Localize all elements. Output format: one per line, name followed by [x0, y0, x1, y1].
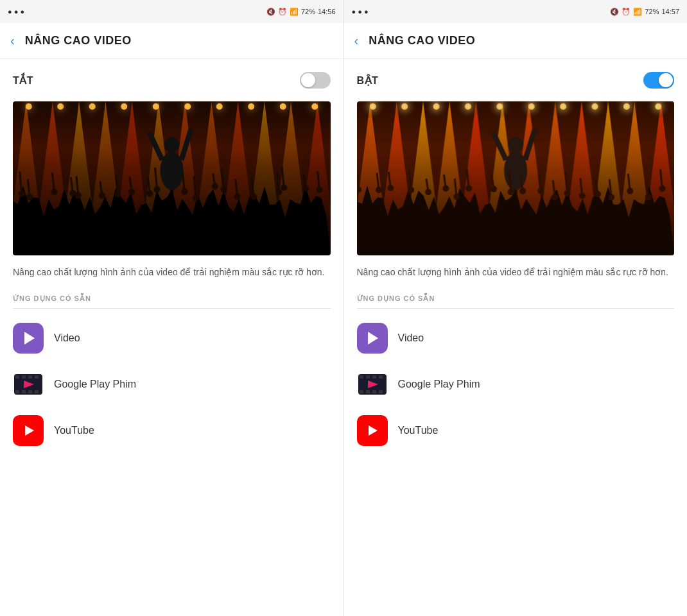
battery-text-left: 72% [301, 8, 315, 15]
wifi-icon: 📶 [290, 8, 299, 16]
concert-canvas-right [357, 101, 675, 255]
page-title-left: NÂNG CAO VIDEO [25, 34, 132, 47]
yt-play-icon-right [367, 425, 378, 436]
svg-rect-4 [35, 375, 39, 379]
battery-text-right: 72% [645, 8, 659, 15]
right-panel: ● ● ● 🔇 ⏰ 📶 72% 14:57 ‹ NÂNG CAO VIDEO B… [344, 0, 688, 616]
toggle-switch-left[interactable] [300, 72, 331, 89]
app-item-gplay-left[interactable]: Google Play Phim [13, 363, 331, 406]
yt-play-icon-left [23, 425, 34, 436]
yt-play-triangle-right [369, 425, 378, 436]
svg-rect-1 [15, 375, 19, 379]
svg-rect-5 [15, 390, 19, 393]
gplay-icon-left [13, 369, 44, 400]
status-right-right: 🔇 ⏰ 📶 72% 14:57 [610, 8, 679, 16]
toggle-knob-left [301, 73, 315, 87]
yt-play-triangle-left [25, 425, 34, 436]
youtube-icon-right [357, 415, 388, 446]
gplay-svg-right [357, 369, 388, 400]
video-label-left: Video [54, 332, 80, 344]
status-icons-left: ● ● ● [8, 8, 24, 15]
toggle-label-left: TẮT [13, 74, 33, 87]
toggle-switch-right[interactable] [643, 72, 674, 89]
video-icon-right [357, 323, 388, 354]
status-icons-right: ● ● ● [352, 8, 369, 15]
video-play-triangle-left [24, 332, 35, 345]
back-button-left[interactable]: ‹ [10, 33, 15, 48]
time-left: 14:56 [318, 8, 336, 15]
time-right: 14:57 [661, 8, 679, 15]
header-right: ‹ NÂNG CAO VIDEO [344, 23, 688, 59]
video-icon-left [13, 323, 44, 354]
toggle-row-left: TẮT [13, 72, 331, 89]
svg-rect-18 [379, 390, 383, 393]
youtube-label-right: YouTube [398, 425, 439, 436]
notification-icons-right: ● ● ● [352, 8, 369, 15]
section-label-right: ỨNG DỤNG CÓ SẴN [357, 295, 675, 309]
app-item-youtube-left[interactable]: YouTube [13, 409, 331, 452]
toggle-label-right: BẬT [357, 74, 379, 87]
section-label-left: ỨNG DỤNG CÓ SẴN [13, 295, 331, 309]
gplay-label-left: Google Play Phim [54, 379, 136, 390]
svg-rect-14 [379, 375, 383, 379]
svg-rect-6 [22, 390, 26, 393]
alarm-icon: ⏰ [278, 8, 287, 16]
toggle-knob-right [659, 73, 673, 87]
concert-image-right [357, 101, 675, 255]
svg-rect-17 [372, 390, 376, 393]
status-bar-right: ● ● ● 🔇 ⏰ 📶 72% 14:57 [344, 0, 688, 23]
svg-rect-16 [366, 390, 370, 393]
gplay-label-right: Google Play Phim [398, 379, 480, 390]
concert-image-left [13, 101, 331, 255]
back-button-right[interactable]: ‹ [354, 33, 359, 48]
youtube-label-left: YouTube [54, 425, 94, 436]
notification-icons: ● ● ● [8, 8, 24, 15]
alarm-icon-right: ⏰ [622, 8, 630, 16]
gplay-svg-left [13, 369, 44, 400]
svg-rect-8 [35, 390, 39, 393]
youtube-icon-left [13, 415, 44, 446]
app-list-right: Video [357, 316, 675, 452]
description-right: Nâng cao chất lượng hình ảnh của video đ… [357, 266, 675, 279]
app-list-left: Video [13, 316, 331, 452]
status-bar-left: ● ● ● 🔇 ⏰ 📶 72% 14:56 [0, 0, 344, 23]
content-right: BẬT Nâng cao chất lượng hình ảnh của vid… [344, 59, 688, 616]
wifi-icon-right: 📶 [633, 8, 642, 16]
mute-icon-right: 🔇 [610, 8, 619, 16]
status-right-left: 🔇 ⏰ 📶 72% 14:56 [266, 8, 336, 16]
toggle-row-right: BẬT [357, 72, 675, 89]
gplay-icon-right [357, 369, 388, 400]
left-panel: ● ● ● 🔇 ⏰ 📶 72% 14:56 ‹ NÂNG CAO VIDEO T… [0, 0, 344, 616]
svg-rect-3 [28, 375, 32, 379]
content-left: TẮT Nâng cao chất lượng hình ảnh của vid… [0, 59, 344, 616]
svg-rect-2 [22, 375, 26, 379]
app-item-youtube-right[interactable]: YouTube [357, 409, 675, 452]
svg-rect-12 [366, 375, 370, 379]
svg-rect-11 [360, 375, 363, 379]
video-play-triangle-right [368, 332, 378, 345]
page-title-right: NÂNG CAO VIDEO [369, 34, 475, 47]
video-label-right: Video [398, 332, 424, 344]
header-left: ‹ NÂNG CAO VIDEO [0, 23, 344, 59]
app-item-video-left[interactable]: Video [13, 316, 331, 360]
concert-canvas-left [13, 101, 331, 255]
svg-rect-7 [28, 390, 32, 393]
app-item-video-right[interactable]: Video [357, 316, 675, 360]
svg-rect-13 [372, 375, 376, 379]
description-left: Nâng cao chất lượng hình ảnh của video đ… [13, 266, 331, 279]
svg-rect-15 [360, 390, 363, 393]
mute-icon: 🔇 [266, 8, 275, 16]
app-item-gplay-right[interactable]: Google Play Phim [357, 363, 675, 406]
